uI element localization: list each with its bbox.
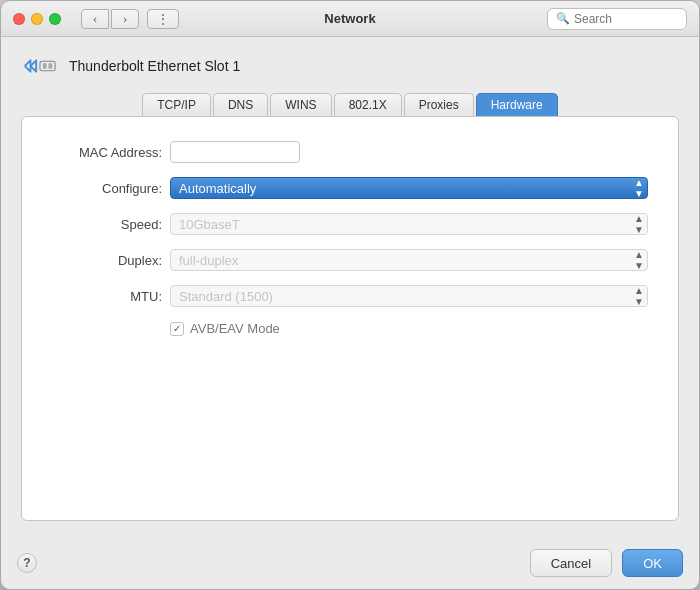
configure-select[interactable]: Automatically (170, 177, 648, 199)
configure-field: Automatically ▲ ▼ (170, 177, 648, 199)
titlebar: ‹ › ⋮ Network 🔍 (1, 1, 699, 37)
mac-address-input[interactable] (170, 141, 300, 163)
speed-field: 10GbaseT ▲ ▼ (170, 213, 648, 235)
mac-address-field (170, 141, 648, 163)
avb-row: AVB/EAV Mode (170, 321, 648, 336)
configure-row: Configure: Automatically ▲ ▼ (52, 177, 648, 199)
speed-label: Speed: (52, 217, 162, 232)
traffic-lights (13, 13, 61, 25)
device-name: Thunderbolt Ethernet Slot 1 (69, 58, 240, 74)
configure-label: Configure: (52, 181, 162, 196)
mtu-label: MTU: (52, 289, 162, 304)
maximize-button[interactable] (49, 13, 61, 25)
tab-tcpip[interactable]: TCP/IP (142, 93, 211, 116)
duplex-select[interactable]: full-duplex (170, 249, 648, 271)
hardware-panel: MAC Address: Configure: Automatically ▲ … (21, 116, 679, 521)
footer: ? Cancel OK (1, 537, 699, 589)
mtu-row: MTU: Standard (1500) ▲ ▼ (52, 285, 648, 307)
mac-address-label: MAC Address: (52, 145, 162, 160)
device-header: Thunderbolt Ethernet Slot 1 (21, 53, 679, 79)
minimize-button[interactable] (31, 13, 43, 25)
content-area: Thunderbolt Ethernet Slot 1 TCP/IP DNS W… (1, 37, 699, 537)
avb-label: AVB/EAV Mode (190, 321, 280, 336)
grid-button[interactable]: ⋮ (147, 9, 179, 29)
nav-buttons: ‹ › (81, 9, 139, 29)
search-icon: 🔍 (556, 12, 570, 25)
thunderbolt-icon (21, 53, 57, 79)
cancel-button[interactable]: Cancel (530, 549, 612, 577)
speed-select[interactable]: 10GbaseT (170, 213, 648, 235)
search-box[interactable]: 🔍 (547, 8, 687, 30)
forward-button[interactable]: › (111, 9, 139, 29)
tabs-row: TCP/IP DNS WINS 802.1X Proxies Hardware (21, 93, 679, 116)
duplex-label: Duplex: (52, 253, 162, 268)
duplex-row: Duplex: full-duplex ▲ ▼ (52, 249, 648, 271)
window-title: Network (324, 11, 375, 26)
tab-hardware[interactable]: Hardware (476, 93, 558, 116)
search-input[interactable] (574, 12, 678, 26)
tab-dns[interactable]: DNS (213, 93, 268, 116)
duplex-field: full-duplex ▲ ▼ (170, 249, 648, 271)
svg-rect-0 (40, 61, 55, 70)
mtu-field: Standard (1500) ▲ ▼ (170, 285, 648, 307)
mtu-select[interactable]: Standard (1500) (170, 285, 648, 307)
footer-buttons: Cancel OK (530, 549, 683, 577)
help-button[interactable]: ? (17, 553, 37, 573)
speed-row: Speed: 10GbaseT ▲ ▼ (52, 213, 648, 235)
svg-rect-2 (48, 63, 52, 69)
svg-rect-1 (43, 63, 47, 69)
mac-address-row: MAC Address: (52, 141, 648, 163)
network-window: ‹ › ⋮ Network 🔍 Thunde (0, 0, 700, 590)
tab-8021x[interactable]: 802.1X (334, 93, 402, 116)
tab-wins[interactable]: WINS (270, 93, 331, 116)
back-button[interactable]: ‹ (81, 9, 109, 29)
ok-button[interactable]: OK (622, 549, 683, 577)
tab-proxies[interactable]: Proxies (404, 93, 474, 116)
close-button[interactable] (13, 13, 25, 25)
avb-checkbox[interactable] (170, 322, 184, 336)
